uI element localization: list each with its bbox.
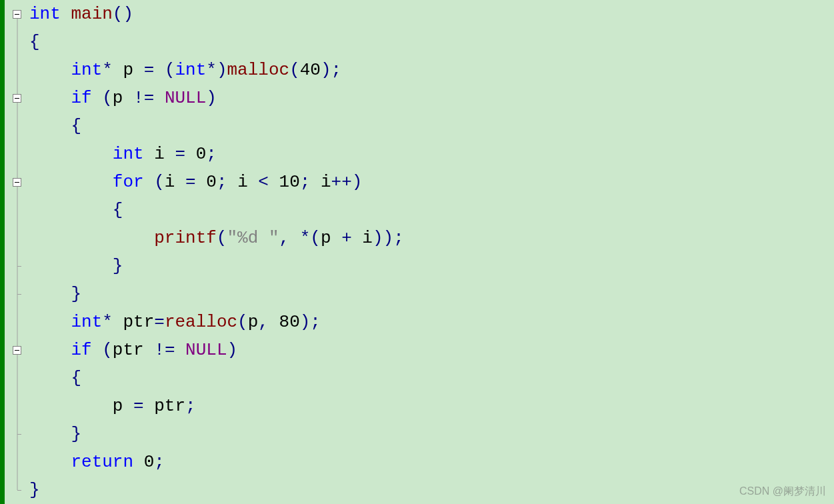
code-line: int main()	[29, 0, 834, 28]
fold-toggle-icon[interactable]	[13, 346, 21, 355]
code-line: int i = 0;	[29, 140, 834, 168]
fold-toggle-icon[interactable]	[13, 94, 21, 103]
fold-toggle-icon[interactable]	[13, 178, 21, 187]
code-line: for (i = 0; i < 10; i++)	[29, 168, 834, 196]
code-line: {	[29, 112, 834, 140]
function-name: main	[71, 4, 112, 24]
keyword: int	[29, 4, 61, 24]
code-line: return 0;	[29, 448, 834, 476]
code-line: p = ptr;	[29, 392, 834, 420]
code-line: {	[29, 196, 834, 224]
code-line: {	[29, 364, 834, 392]
code-line: }	[29, 280, 834, 308]
fold-toggle-icon[interactable]	[13, 10, 21, 19]
code-line: }	[29, 476, 834, 504]
code-line: int* p = (int*)malloc(40);	[29, 56, 834, 84]
code-line: {	[29, 28, 834, 56]
code-line: if (ptr != NULL)	[29, 336, 834, 364]
code-line: }	[29, 420, 834, 448]
code-editor: int main() { int* p = (int*)malloc(40); …	[0, 0, 834, 504]
code-content[interactable]: int main() { int* p = (int*)malloc(40); …	[29, 0, 834, 504]
fold-gutter	[0, 0, 29, 504]
code-line: if (p != NULL)	[29, 84, 834, 112]
code-line: }	[29, 252, 834, 280]
watermark: CSDN @阑梦清川	[739, 485, 826, 499]
code-line: int* ptr=realloc(p, 80);	[29, 308, 834, 336]
code-line: printf("%d ", *(p + i));	[29, 224, 834, 252]
